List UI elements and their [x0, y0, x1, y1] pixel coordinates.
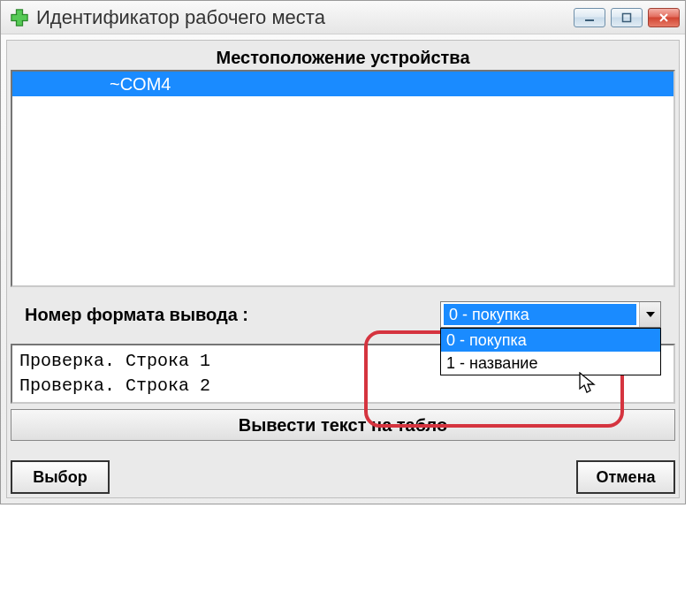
format-combo[interactable]: 0 - покупка: [440, 301, 661, 328]
dropdown-option[interactable]: 1 - название: [441, 352, 660, 375]
svg-marker-8: [646, 312, 655, 317]
cancel-button[interactable]: Отмена: [576, 460, 675, 494]
window-controls: [574, 8, 680, 27]
chevron-down-icon[interactable]: [639, 302, 660, 327]
dialog-window: Идентификатор рабочего места Местоположе…: [0, 0, 686, 504]
list-item[interactable]: ~COM4: [12, 72, 673, 96]
app-plus-icon: [10, 8, 29, 27]
client-area: Местоположение устройства ~COM4 Номер фо…: [6, 40, 680, 498]
svg-rect-5: [623, 13, 631, 21]
window-title: Идентификатор рабочего места: [36, 6, 574, 29]
preview-line: Проверка. Строка 2: [19, 374, 666, 398]
titlebar: Идентификатор рабочего места: [1, 1, 685, 34]
format-row: Номер формата вывода : 0 - покупка 0 - п…: [11, 287, 675, 344]
select-button[interactable]: Выбор: [11, 460, 110, 494]
minimize-button[interactable]: [574, 8, 605, 27]
close-button[interactable]: [648, 8, 680, 27]
device-list[interactable]: ~COM4: [11, 70, 675, 287]
svg-rect-3: [12, 15, 27, 20]
display-text-button[interactable]: Вывести текст на табло: [11, 409, 675, 441]
button-row: Выбор Отмена: [11, 460, 675, 494]
combo-selected-value: 0 - покупка: [444, 304, 636, 325]
dropdown-option[interactable]: 0 - покупка: [441, 329, 660, 352]
maximize-button[interactable]: [611, 8, 643, 27]
svg-rect-4: [585, 19, 594, 21]
group-device-location: Местоположение устройства: [11, 44, 675, 70]
format-combo-wrap: 0 - покупка 0 - покупка 1 - название: [440, 301, 661, 328]
format-dropdown[interactable]: 0 - покупка 1 - название: [440, 328, 661, 375]
format-label: Номер формата вывода :: [25, 305, 248, 325]
